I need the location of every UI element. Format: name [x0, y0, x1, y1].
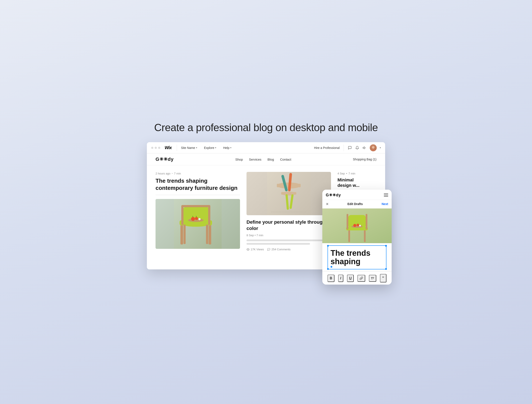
wix-logo: Wix [165, 145, 176, 150]
svg-rect-5 [209, 223, 211, 244]
help-chevron: ▾ [230, 147, 231, 149]
post-2-image [247, 172, 331, 215]
corner-handle-tr[interactable] [385, 245, 387, 247]
help-label: Help [223, 146, 229, 150]
nav-contact[interactable]: Contact [280, 158, 291, 161]
explore-label: Explore [204, 146, 214, 150]
svg-rect-12 [184, 224, 186, 244]
hamburger-menu[interactable] [384, 193, 388, 197]
blog-post-1: 2 hours ago • 7 min The trends shaping c… [156, 172, 240, 261]
post-1-image [156, 199, 240, 249]
post-2-title: Define your personal style through color [247, 219, 331, 231]
site-logo: G✳✳dy [156, 156, 174, 162]
post-2-date: 8 Sep • 7 min [247, 234, 331, 237]
stool-image [247, 172, 331, 215]
post-1-readtime: 7 min [174, 172, 181, 175]
svg-point-15 [191, 217, 195, 221]
hamburger-line-2 [384, 195, 388, 195]
comments-count: 254 Comments [272, 248, 291, 251]
svg-point-2 [371, 149, 375, 151]
window-dot-green [158, 147, 160, 149]
quote-button[interactable]: " [380, 274, 386, 282]
post-2-stats: 17K Views 254 Comments [247, 248, 331, 251]
views-stat: 17K Views [247, 248, 264, 251]
window-controls [151, 147, 160, 149]
post-3-date: 4 Sep [337, 172, 345, 175]
help-nav[interactable]: Help ▾ [220, 144, 234, 151]
svg-marker-0 [363, 147, 365, 149]
corner-handle-br[interactable] [385, 268, 387, 270]
page-wrapper: Create a professional blog on desktop an… [147, 122, 385, 282]
window-dot-yellow [155, 147, 157, 149]
megaphone-icon[interactable] [362, 146, 367, 150]
post-1-title: The trends shaping contemporary furnitur… [156, 177, 240, 191]
chair-image [156, 199, 240, 249]
svg-rect-11 [181, 205, 210, 207]
content-line-1 [247, 239, 331, 241]
nav-blog[interactable]: Blog [267, 158, 274, 161]
editable-text[interactable]: The trends shaping [330, 249, 383, 266]
toolbar-divider-1 [177, 145, 177, 151]
svg-point-16 [195, 217, 198, 220]
nav-services[interactable]: Services [249, 158, 261, 161]
toolbar-nav: Site Name ▾ Explore ▾ Help ▾ [178, 144, 314, 151]
draft-label: Edit Drafts [348, 202, 363, 206]
svg-point-17 [198, 218, 201, 220]
post-1-divider [156, 195, 240, 195]
post-1-time: 2 hours ago [156, 172, 171, 175]
toolbar-right: Hire a Professional [314, 144, 381, 151]
svg-rect-9 [181, 205, 184, 225]
blog-post-2: Define your personal style through color… [247, 172, 331, 261]
mobile-logo: G✳✳dy [326, 193, 341, 198]
svg-rect-35 [347, 214, 348, 230]
svg-point-40 [353, 224, 356, 227]
site-name-chevron: ▾ [196, 147, 197, 149]
hamburger-line-1 [384, 193, 388, 194]
wix-toolbar: Wix Site Name ▾ Explore ▾ Help ▾ [147, 142, 385, 154]
site-name-label: Site Name [181, 146, 195, 150]
explore-chevron: ▾ [215, 147, 216, 149]
bold-button[interactable]: B [328, 275, 335, 282]
corner-handle-bl[interactable] [327, 268, 329, 270]
svg-point-41 [356, 224, 359, 226]
svg-point-1 [372, 146, 374, 149]
hire-pro-link[interactable]: Hire a Professional [314, 146, 340, 150]
svg-rect-38 [364, 230, 366, 242]
italic-button[interactable]: I [338, 275, 343, 282]
post-2-readtime: 7 min [256, 234, 263, 237]
mobile-header: G✳✳dy [322, 190, 392, 200]
link-button[interactable] [357, 275, 365, 282]
mobile-chair-image [322, 209, 392, 243]
svg-rect-10 [208, 205, 210, 225]
underline-button[interactable]: U [347, 275, 354, 282]
close-button[interactable]: ✕ [326, 202, 329, 206]
avatar-chevron[interactable]: ▾ [380, 147, 381, 149]
user-avatar[interactable] [370, 144, 377, 151]
comments-icon [267, 248, 270, 251]
nav-shop[interactable]: Shop [235, 158, 243, 161]
shopping-cart[interactable]: Shopping Bag (1) [353, 158, 376, 161]
post-3-readtime: 7 min [348, 172, 355, 175]
bell-icon[interactable] [355, 146, 359, 150]
page-headline: Create a professional blog on desktop an… [154, 122, 378, 134]
corner-handle-tl[interactable] [327, 245, 329, 247]
text-edit-box[interactable]: The trends shaping [328, 245, 386, 269]
post-2-dot: • [255, 234, 256, 237]
content-lines [247, 239, 331, 245]
site-name-nav[interactable]: Site Name ▾ [178, 144, 200, 151]
comments-stat: 254 Comments [267, 248, 291, 251]
explore-nav[interactable]: Explore ▾ [201, 144, 219, 151]
content-line-2 [247, 243, 310, 245]
post-3-meta: 4 Sep • 7 min [337, 172, 376, 175]
hamburger-line-3 [384, 196, 388, 197]
svg-rect-13 [206, 224, 208, 244]
post-3-dot: • [346, 172, 347, 175]
toolbar-divider-2 [343, 145, 344, 151]
views-count: 17K Views [251, 248, 264, 251]
svg-rect-4 [180, 223, 183, 244]
chat-icon[interactable] [348, 146, 352, 150]
svg-point-30 [247, 249, 248, 250]
site-menu: Shop Services Blog Contact [235, 158, 291, 161]
text-style-button[interactable]: TT [369, 275, 376, 282]
next-button[interactable]: Next [382, 202, 388, 206]
